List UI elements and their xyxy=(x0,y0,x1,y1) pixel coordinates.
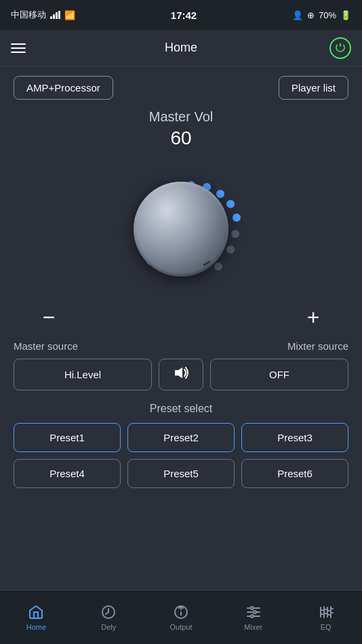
svg-point-20 xyxy=(251,607,254,609)
nav-home-label: Home xyxy=(26,623,46,631)
hi-level-button[interactable]: Hi.Level xyxy=(14,359,152,390)
preset6-button[interactable]: Preset6 xyxy=(241,459,348,488)
preset-grid: Preset1 Preset2 Preset3 Preset4 Preset5 … xyxy=(14,423,348,488)
status-right: 👤 ⊕ 70% 🔋 xyxy=(292,10,351,20)
wifi-icon: 📶 xyxy=(64,10,75,20)
status-left: 中国移动 📶 xyxy=(11,9,75,21)
source-labels-row: Master source Mixter source xyxy=(14,340,348,352)
volume-knob[interactable] xyxy=(134,182,228,277)
svg-point-21 xyxy=(254,611,256,613)
source-buttons-row: Hi.Level OFF xyxy=(14,359,348,390)
status-time: 17:42 xyxy=(171,9,197,21)
volume-increase-button[interactable]: + xyxy=(298,306,328,328)
power-button[interactable] xyxy=(329,37,351,59)
mixer-icon xyxy=(245,604,262,620)
preset-section: Preset select Preset1 Preset2 Preset3 Pr… xyxy=(0,396,362,495)
knob-indicator xyxy=(203,260,211,266)
nav-mixer[interactable]: Mixer xyxy=(217,604,289,631)
nav-home[interactable]: Home xyxy=(0,604,73,631)
master-source-label: Master source xyxy=(14,340,122,352)
source-section: Master source Mixter source Hi.Level OFF xyxy=(0,335,362,396)
speaker-icon xyxy=(173,366,189,380)
signal-icon xyxy=(50,11,60,19)
amp-processor-button[interactable]: AMP+Processor xyxy=(14,76,113,100)
nav-eq[interactable]: EQ xyxy=(289,604,362,631)
svg-point-14 xyxy=(214,262,222,270)
volume-knob-container[interactable] xyxy=(0,161,362,297)
player-list-button[interactable]: Player list xyxy=(279,76,348,100)
preset1-button[interactable]: Preset1 xyxy=(14,423,121,452)
svg-point-13 xyxy=(226,245,235,254)
preset3-button[interactable]: Preset3 xyxy=(241,423,348,452)
power-icon xyxy=(335,43,346,54)
battery-text: 70% xyxy=(319,10,336,20)
master-vol-section: Master Vol 60 xyxy=(0,109,362,161)
master-vol-value: 60 xyxy=(0,127,362,149)
master-vol-label: Master Vol xyxy=(0,109,362,125)
page-title: Home xyxy=(165,41,197,55)
header: Home xyxy=(0,30,362,66)
menu-line xyxy=(11,52,26,53)
nav-mixer-label: Mixer xyxy=(244,623,262,631)
speaker-button[interactable] xyxy=(159,359,203,390)
battery-icon: 🔋 xyxy=(340,10,351,20)
home-icon xyxy=(28,604,44,620)
preset-select-label: Preset select xyxy=(14,403,348,415)
eq-icon xyxy=(318,604,334,620)
menu-line xyxy=(11,43,26,45)
nav-eq-label: EQ xyxy=(321,623,331,631)
menu-line xyxy=(11,47,26,49)
svg-point-11 xyxy=(233,214,241,222)
svg-marker-15 xyxy=(175,367,182,378)
carrier-text: 中国移动 xyxy=(11,9,46,21)
nav-output[interactable]: Output xyxy=(145,604,218,631)
vol-controls: − + xyxy=(0,300,362,335)
output-icon xyxy=(173,604,189,620)
location-icon: ⊕ xyxy=(307,10,315,20)
top-buttons: AMP+Processor Player list xyxy=(0,66,362,109)
person-icon: 👤 xyxy=(292,10,303,20)
preset4-button[interactable]: Preset4 xyxy=(14,459,121,488)
nav-dely[interactable]: Dely xyxy=(73,604,145,631)
off-button[interactable]: OFF xyxy=(210,359,348,390)
svg-point-10 xyxy=(226,200,235,208)
svg-point-12 xyxy=(231,230,239,238)
volume-decrease-button[interactable]: − xyxy=(34,306,64,328)
mixter-source-label: Mixter source xyxy=(240,340,348,352)
preset2-button[interactable]: Preset2 xyxy=(127,423,235,452)
bottom-nav: Home Dely Output Mixer xyxy=(0,590,362,644)
preset5-button[interactable]: Preset5 xyxy=(127,459,235,488)
svg-point-22 xyxy=(251,615,254,618)
svg-point-9 xyxy=(216,190,224,198)
menu-button[interactable] xyxy=(11,43,26,53)
knob-ring[interactable] xyxy=(113,161,249,297)
nav-output-label: Output xyxy=(169,623,192,631)
nav-dely-label: Dely xyxy=(101,623,116,631)
dely-icon xyxy=(100,604,117,620)
status-bar: 中国移动 📶 17:42 👤 ⊕ 70% 🔋 xyxy=(0,0,362,30)
